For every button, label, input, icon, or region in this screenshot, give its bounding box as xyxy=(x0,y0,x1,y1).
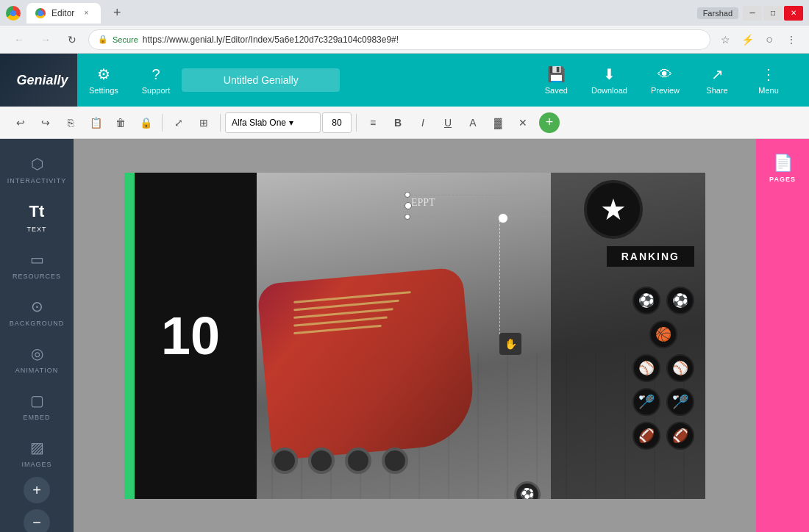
add-btn[interactable]: + xyxy=(24,477,50,503)
undo-btn[interactable]: ↩ xyxy=(9,111,32,134)
football-icon-2: 🏈 xyxy=(672,428,688,444)
green-bar xyxy=(124,173,135,499)
sidebar-item-background[interactable]: ⊙ BACKGROUND xyxy=(0,289,74,336)
window-user: Farshad xyxy=(697,7,738,19)
bookmark-btn[interactable]: ☆ xyxy=(716,31,734,48)
genially-logo[interactable]: Genially xyxy=(0,54,77,107)
menu-btn[interactable]: ⋮ Menu xyxy=(743,60,794,101)
canvas-area[interactable]: 10 EPPT ✋ xyxy=(74,139,756,532)
underline-btn[interactable]: U xyxy=(436,111,460,134)
align-btn[interactable]: ≡ xyxy=(361,111,385,134)
sport-icon-2[interactable]: ⚽ xyxy=(666,287,694,314)
ranking-label: RANKING xyxy=(607,246,694,267)
hand-icon: ✋ xyxy=(505,338,517,350)
close-btn[interactable]: ✕ xyxy=(784,6,803,21)
basketball-icon-2: 🏀 xyxy=(655,326,671,342)
window-controls: Farshad ─ □ ✕ xyxy=(697,6,803,21)
animation-icon: ◎ xyxy=(31,345,43,362)
pages-panel[interactable]: 📄 PAGES xyxy=(756,139,809,532)
sport-icon-8[interactable]: 🏈 xyxy=(632,422,660,450)
minus-btn[interactable]: − xyxy=(24,509,50,532)
sport-icon-7[interactable]: 🏸 xyxy=(666,388,694,416)
main-area: ⬡ INTERACTIVITY Tt TEXT ▭ RESOURCES ⊙ BA… xyxy=(0,139,809,532)
address-bar[interactable]: 🔒 Secure https://www.genial.ly/Editor/In… xyxy=(88,29,710,50)
soccer-icon-1: ⚽ xyxy=(638,292,655,309)
chrome-tab[interactable]: Editor × xyxy=(26,3,101,24)
tab-close-btn[interactable]: × xyxy=(80,7,92,19)
font-selector[interactable]: Alfa Slab One ▾ xyxy=(225,112,321,133)
sidebar-item-embed[interactable]: ▢ EMBED xyxy=(0,383,74,430)
bg-color-btn[interactable]: ▓ xyxy=(486,111,510,134)
bold-btn[interactable]: B xyxy=(386,111,410,134)
download-label: Download xyxy=(591,86,627,95)
embed-label: EMBED xyxy=(23,414,50,421)
back-btn[interactable]: ← xyxy=(9,29,29,50)
sidebar-item-animation[interactable]: ◎ ANIMATION xyxy=(0,336,74,383)
support-btn[interactable]: ? Support xyxy=(130,60,182,101)
presentation-title[interactable] xyxy=(182,68,340,92)
text-content: EPPT xyxy=(408,194,438,211)
sport-icon-1[interactable]: ⚽ xyxy=(632,287,660,314)
sidebar-item-images[interactable]: ▨ IMAGES xyxy=(0,430,74,477)
share-btn[interactable]: ↗ Share xyxy=(691,60,743,101)
font-color-btn[interactable]: A xyxy=(461,111,485,134)
forward-btn[interactable]: → xyxy=(35,29,56,50)
badminton-icon-2: 🏸 xyxy=(672,394,688,410)
sport-icon-4[interactable]: ⚾ xyxy=(632,354,660,382)
support-label: Support xyxy=(142,86,171,95)
settings-label: Settings xyxy=(89,86,118,95)
lightning-btn[interactable]: ⚡ xyxy=(738,31,756,48)
new-tab-btn[interactable]: + xyxy=(107,3,127,24)
copy-btn[interactable]: ⎘ xyxy=(59,111,82,134)
interactivity-icon: ⬡ xyxy=(31,155,43,173)
transform-btn[interactable]: ⤢ xyxy=(167,111,190,134)
sport-icon-3[interactable]: 🏀 xyxy=(649,320,677,348)
baseball-icon-2: ⚾ xyxy=(672,360,688,376)
paste-btn[interactable]: 📋 xyxy=(84,111,107,134)
minimize-btn[interactable]: ─ xyxy=(743,6,762,21)
sidebar-item-text[interactable]: Tt TEXT xyxy=(0,193,74,242)
settings-icon: ⚙ xyxy=(97,65,110,83)
maximize-btn[interactable]: □ xyxy=(763,6,783,21)
grid-btn[interactable]: ⊞ xyxy=(192,111,215,134)
refresh-btn[interactable]: ↻ xyxy=(62,29,82,50)
circle-btn[interactable]: ○ xyxy=(760,31,778,48)
text-icon: Tt xyxy=(29,202,45,221)
sport-icon-6[interactable]: 🏸 xyxy=(632,388,660,416)
delete-btn[interactable]: 🗑 xyxy=(109,111,132,134)
sidebar-item-interactivity[interactable]: ⬡ INTERACTIVITY xyxy=(0,146,74,193)
editor-canvas[interactable]: 10 EPPT ✋ xyxy=(124,173,705,499)
app-container: Genially ⚙ Settings ? Support 💾 Saved ⬇ … xyxy=(0,54,809,532)
ranking-star: ★ xyxy=(584,180,643,239)
separator-1 xyxy=(162,114,163,132)
font-size-input[interactable] xyxy=(322,112,352,133)
settings-btn[interactable]: ⚙ Settings xyxy=(77,60,130,101)
support-icon: ? xyxy=(152,66,160,83)
menu-icon: ⋮ xyxy=(761,65,776,83)
clear-format-btn[interactable]: ✕ xyxy=(511,111,535,134)
drag-handle[interactable]: ✋ xyxy=(499,333,521,355)
saved-btn[interactable]: 💾 Saved xyxy=(533,60,580,101)
url-text[interactable]: https://www.genial.ly/Editor/Index/5a6e1… xyxy=(143,35,701,45)
preview-btn[interactable]: 👁 Preview xyxy=(639,60,691,101)
lock-btn[interactable]: 🔒 xyxy=(134,111,157,134)
more-btn[interactable]: ⋮ xyxy=(783,31,800,48)
handle-tl[interactable] xyxy=(404,192,410,198)
pages-btn[interactable]: 📄 PAGES xyxy=(763,148,802,189)
secure-icon: 🔒 xyxy=(98,35,108,44)
download-btn[interactable]: ⬇ Download xyxy=(580,60,639,101)
interactivity-label: INTERACTIVITY xyxy=(7,177,67,184)
sidebar-item-resources[interactable]: ▭ RESOURCES xyxy=(0,242,74,289)
add-element-btn[interactable]: + xyxy=(539,112,560,133)
handle-bl[interactable] xyxy=(404,214,410,220)
download-icon: ⬇ xyxy=(603,65,616,83)
italic-btn[interactable]: I xyxy=(411,111,435,134)
basketball-icon: ⚽ xyxy=(520,487,535,499)
pages-icon: 📄 xyxy=(773,154,793,173)
sport-icon-5[interactable]: ⚾ xyxy=(666,354,694,382)
secondary-toolbar: ↩ ↪ ⎘ 📋 🗑 🔒 ⤢ ⊞ Alfa Slab One ▾ ≡ B I U … xyxy=(0,107,809,139)
chrome-logo xyxy=(6,6,21,21)
redo-btn[interactable]: ↪ xyxy=(34,111,57,134)
preview-icon: 👁 xyxy=(657,66,672,83)
sport-icon-9[interactable]: 🏈 xyxy=(666,422,694,450)
